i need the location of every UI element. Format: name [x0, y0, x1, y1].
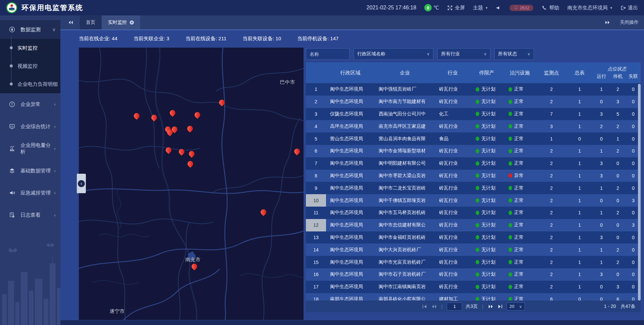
prev-page-button[interactable] — [431, 304, 437, 309]
status-dot-green — [476, 137, 479, 141]
sidebar-item[interactable]: 企业综合统计‹ — [0, 115, 60, 138]
cell-meters: 1 — [566, 83, 593, 96]
treatment-status-label: 正常 — [514, 148, 524, 154]
sidebar-item[interactable]: 基础数据管理‹ — [0, 160, 60, 182]
row-index: 13 — [306, 231, 326, 244]
filter-bar: 行政区域名称 ∨ 所有行业 ∨ 所有状态 ∨ — [306, 48, 641, 60]
notification-count: 2632 — [520, 5, 530, 10]
cell-industry: 砖瓦行业 — [435, 207, 470, 219]
table-row[interactable]: 9阆中生态环境局阆中市二龙长宝页岩砖砖瓦行业无计划正常21120 — [306, 182, 641, 194]
pagination-summary: 1 - 20 共47条 — [604, 304, 635, 310]
industry-filter-select[interactable]: 所有行业 ∨ — [437, 48, 490, 60]
user-dropdown[interactable]: 南充市生态环境局 ▾ — [567, 5, 612, 11]
table-row[interactable]: 12阆中生态环境局阆中市忠信建材有限公砖瓦行业无计划正常21003 — [306, 219, 641, 231]
table-row[interactable]: 18南部生态环境局南部县砖化小窑有限公建材加工无计划正常60060 — [306, 293, 641, 301]
last-page-button[interactable] — [497, 304, 503, 309]
map-panel[interactable]: ‹ 巴中市南充市遂宁市 — [79, 48, 304, 320]
alert-icon — [9, 101, 15, 108]
sidebar-subitem[interactable]: 企业电力负荷明细 — [0, 75, 60, 93]
table-row[interactable]: 8阆中生态环境局阆中市枣碧大梁山页岩砖瓦行业无计划异常21300 — [306, 170, 641, 182]
cell-running: 0 — [593, 194, 610, 207]
sidebar-item[interactable]: 应急减排管理‹ — [0, 182, 60, 204]
logout-label: 退出 — [628, 5, 638, 11]
cell-company: 阆中市忠信建材有限公 — [375, 219, 435, 231]
row-index: 12 — [306, 219, 326, 231]
help-button[interactable]: 帮助 — [541, 5, 559, 11]
status-dot-green — [508, 112, 512, 116]
tab-item[interactable]: 首页 — [80, 15, 101, 30]
cell-region: 阆中生态环境局 — [326, 281, 375, 293]
table-row[interactable]: 14阆中生态环境局阆中大兴页岩机砖厂砖瓦行业无计划正常21120 — [306, 243, 641, 256]
table-row[interactable]: 4高坪生态环境局南充市高坪区王家店建砖瓦行业无计划正常31220 — [306, 120, 641, 132]
topbar: 环保用电监管系统 2021-02-25 17:46:18 0 ℃ 全屏 主题 ▾ — [0, 0, 644, 15]
sidebar-item[interactable]: 日志查看‹ — [0, 204, 60, 226]
cell-meters: 1 — [566, 120, 593, 132]
chevron-down-icon: ∨ — [527, 52, 530, 56]
logout-button[interactable]: 退出 — [620, 5, 638, 11]
table-row[interactable]: 11阆中生态环境局阆中市五马桥页岩机砖砖瓦行业无计划正常21120 — [306, 207, 641, 219]
cell-monitor-points: 2 — [537, 194, 566, 207]
mute-speaker-icon[interactable] — [496, 5, 501, 11]
tab-close-icon[interactable] — [129, 20, 134, 25]
sidebar-item[interactable]: 企业用电量分析‹ — [0, 138, 60, 160]
sidebar-item-label: 日志查看 — [20, 212, 54, 218]
treatment-status-label: 正常 — [514, 86, 524, 92]
table-row[interactable]: 16阆中生态环境局阆中市石子页岩机砖厂砖瓦行业无计划正常21300 — [306, 268, 641, 281]
next-page-button[interactable] — [488, 304, 494, 309]
name-filter-input[interactable] — [306, 48, 350, 60]
table-row[interactable]: 17阆中生态环境局阆中市江南镇阆南页岩砖瓦行业无计划正常21030 — [306, 281, 641, 293]
table-scrollbar[interactable] — [638, 84, 641, 301]
page-size-select[interactable]: 20 ∨ — [506, 303, 525, 311]
table-row[interactable]: 5营山生态环境局营山县润丰肉食品有限食品无计划正常10010 — [306, 132, 641, 145]
cell-monitor-points: 2 — [537, 281, 566, 293]
sidebar-item[interactable]: 数据监测∨ — [0, 20, 60, 39]
cell-industry: 砖瓦行业 — [435, 120, 470, 132]
table-row[interactable]: 2阆中生态环境局阆中市南方节能建材有砖瓦行业无计划正常21030 — [306, 96, 641, 108]
close-operations-button[interactable]: 关闭操作 — [620, 19, 639, 25]
table-row[interactable]: 1阆中生态环境局阆中强锐页岩砖厂砖瓦行业无计划正常21120 — [306, 83, 641, 96]
cell-company: 营山县润丰肉食品有限 — [375, 132, 435, 145]
row-index: 14 — [306, 243, 326, 256]
status-dot-green — [476, 161, 479, 166]
sidebar-item-label: 基础数据管理 — [20, 168, 54, 174]
tabs-scroll-left-icon[interactable] — [68, 20, 74, 25]
cell-limit-status: 无计划 — [470, 96, 503, 108]
status-filter-select[interactable]: 所有状态 ∨ — [494, 48, 534, 60]
limit-status-label: 无计划 — [481, 271, 495, 277]
tab-item[interactable]: 实时监控 — [102, 15, 140, 30]
table-row[interactable]: 6阆中生态环境局阆中市金博瑞新型墙材砖瓦行业无计划正常21120 — [306, 145, 641, 157]
notifications-badge[interactable]: 2632 — [509, 5, 534, 11]
status-dot-green — [508, 285, 512, 289]
industry-filter-value: 所有行业 — [441, 51, 460, 57]
cell-limit-status: 无计划 — [470, 170, 503, 182]
first-page-button[interactable] — [422, 304, 428, 309]
status-dot-green — [508, 161, 512, 166]
cell-stopped: 3 — [610, 96, 626, 108]
scrollbar-thumb[interactable] — [638, 84, 641, 301]
row-index: 5 — [306, 132, 326, 145]
sidebar-subitem[interactable]: 视频监控 — [0, 57, 60, 75]
cell-region: 高坪生态环境局 — [326, 120, 375, 132]
cell-stopped: 0 — [610, 231, 626, 244]
status-dot-green — [508, 235, 512, 239]
pagination-range: 1 - 20 — [604, 304, 616, 310]
tabs-scroll-right-icon[interactable] — [604, 20, 610, 25]
table-row[interactable]: 10阆中生态环境局阆中千佛镇五郎垭页岩砖瓦行业无计划正常21003 — [306, 194, 641, 207]
region-filter-select[interactable]: 行政区域名称 ∨ — [354, 48, 433, 60]
bottom-strip — [60, 320, 644, 325]
sidebar: 数据监测∨实时监控视频监控企业电力负荷明细企业异常‹企业综合统计‹企业用电量分析… — [0, 15, 60, 325]
cell-stopped: 0 — [610, 219, 626, 231]
fullscreen-button[interactable]: 全屏 — [447, 5, 465, 11]
map-collapse-handle[interactable]: ‹ — [77, 174, 86, 193]
sidebar-subitem[interactable]: 实时监控 — [0, 39, 60, 57]
sidebar-item[interactable]: 企业异常‹ — [0, 93, 60, 115]
table-row[interactable]: 7阆中生态环境局阆中明阳建材有限公司砖瓦行业无计划正常21300 — [306, 157, 641, 170]
status-dot-green — [476, 173, 479, 178]
table-row[interactable]: 3仪陇生态环境局西南油气田分公司川中化工无计划正常71350 — [306, 108, 641, 120]
table-row[interactable]: 13阆中生态环境局阆中市金福旺页岩机砖砖瓦行业无计划正常21300 — [306, 231, 641, 244]
theme-dropdown[interactable]: 主题 ▾ — [473, 5, 488, 11]
page-number-input[interactable] — [447, 303, 462, 311]
table-row[interactable]: 15阆中生态环境局阆中市光富页岩机砖厂砖瓦行业无计划正常21120 — [306, 256, 641, 268]
cell-company: 西南油气田分公司川中 — [375, 108, 435, 120]
content-area: ‹ 巴中市南充市遂宁市 行政区域名称 ∨ 所有行业 ∨ — [60, 47, 644, 320]
